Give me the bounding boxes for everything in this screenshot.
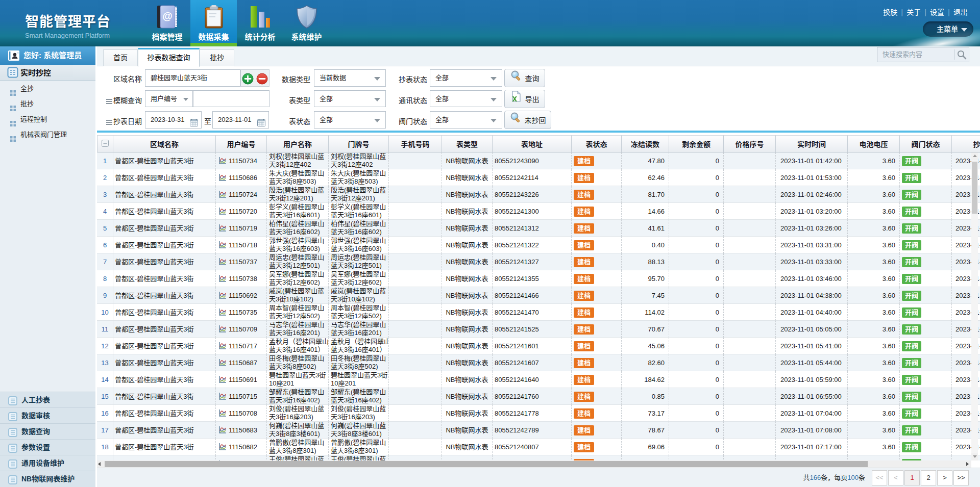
svg-text:@: @: [162, 10, 173, 21]
